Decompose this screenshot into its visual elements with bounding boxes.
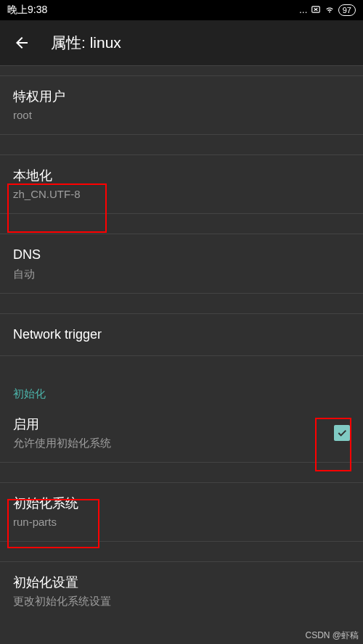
setting-subtitle: 更改初始化系统设置 — [13, 593, 350, 608]
battery-icon: 97 — [338, 4, 356, 16]
section-header-init: 初始化 — [0, 376, 363, 404]
setting-title: 启用 — [13, 416, 334, 434]
setting-title: 本地化 — [13, 167, 350, 185]
status-bar: 晚上9:38 … 97 — [0, 0, 363, 20]
watermark: CSDN @虾稿 — [305, 629, 359, 642]
setting-value: 自动 — [13, 266, 350, 281]
status-x-icon — [311, 4, 321, 17]
settings-list: 特权用户 root 本地化 zh_CN.UTF-8 DNS 自动 Network… — [0, 65, 363, 620]
setting-value: zh_CN.UTF-8 — [13, 186, 350, 202]
setting-value: root — [13, 107, 350, 123]
setting-value: run-parts — [13, 514, 350, 529]
wifi-icon — [324, 4, 335, 17]
setting-network-trigger[interactable]: Network trigger — [0, 313, 363, 355]
setting-title: Network trigger — [13, 326, 350, 344]
setting-localization[interactable]: 本地化 zh_CN.UTF-8 — [0, 154, 363, 213]
setting-title: 特权用户 — [13, 88, 350, 106]
status-indicators: … 97 — [299, 4, 356, 17]
setting-title: 初始化系统 — [13, 495, 350, 513]
setting-title: DNS — [13, 246, 350, 264]
page-title: 属性: linux — [51, 33, 121, 53]
setting-subtitle: 允许使用初始化系统 — [13, 435, 334, 450]
setting-init-system[interactable]: 初始化系统 run-parts — [0, 482, 363, 541]
back-arrow-icon[interactable] — [13, 34, 30, 51]
status-dots-icon: … — [299, 5, 308, 15]
checkbox-enable-init[interactable] — [334, 425, 350, 441]
app-bar: 属性: linux — [0, 20, 363, 65]
status-time: 晚上9:38 — [7, 4, 47, 17]
setting-enable-init[interactable]: 启用 允许使用初始化系统 — [0, 404, 363, 462]
setting-dns[interactable]: DNS 自动 — [0, 234, 363, 292]
setting-privileged-user[interactable]: 特权用户 root — [0, 75, 363, 134]
setting-init-settings[interactable]: 初始化设置 更改初始化系统设置 — [0, 561, 363, 620]
check-icon — [336, 427, 348, 439]
setting-title: 初始化设置 — [13, 574, 350, 592]
